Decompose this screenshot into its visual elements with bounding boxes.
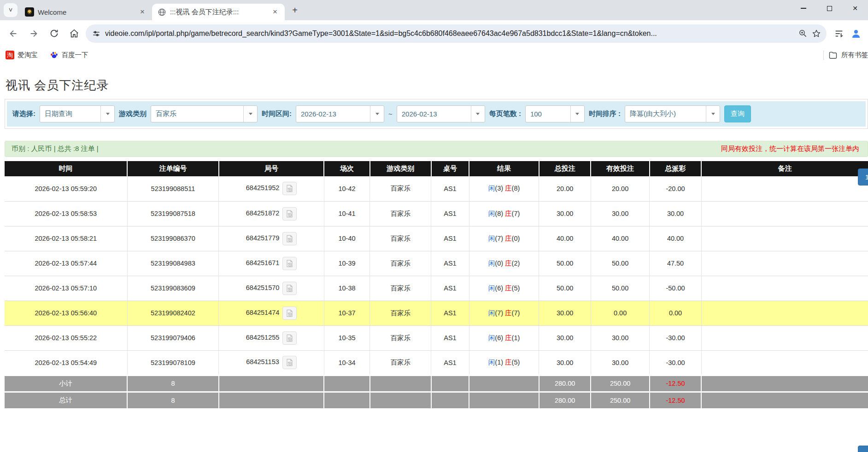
cell-remark bbox=[701, 226, 868, 251]
reading-list-icon[interactable] bbox=[834, 29, 844, 39]
cell-table-no: AS1 bbox=[431, 301, 469, 325]
col-total-bet: 总投注 bbox=[539, 161, 591, 176]
globe-icon bbox=[158, 8, 166, 17]
cell-total-payout: 0.00 bbox=[650, 301, 701, 325]
date-to-select[interactable]: 2026-02-13 bbox=[397, 105, 485, 122]
video-replay-button[interactable] bbox=[282, 207, 297, 220]
date-from-select[interactable]: 2026-02-13 bbox=[296, 105, 384, 122]
game-type-select[interactable]: 百家乐 bbox=[151, 105, 258, 122]
video-replay-button[interactable] bbox=[282, 257, 297, 270]
cell-table-no: AS1 bbox=[431, 276, 469, 301]
subtotal-count: 8 bbox=[127, 375, 219, 392]
forward-icon[interactable] bbox=[25, 25, 42, 42]
all-bookmarks-button[interactable]: 所有书签 bbox=[828, 51, 868, 60]
site-info-icon[interactable] bbox=[92, 29, 100, 38]
address-bar[interactable]: videoie.com/ipl/portal.php/game/betrecor… bbox=[86, 24, 827, 43]
query-type-select[interactable]: 日期查询 bbox=[40, 105, 115, 122]
currency-total-text: 币别 : 人民币 | 总共 :8 注单 | bbox=[12, 145, 99, 153]
tab-welcome[interactable]: Welcome × bbox=[19, 4, 152, 20]
filter-panel: 请选择: 日期查询 游戏类别 百家乐 时间区间: 2026-02-13 ~ 20… bbox=[5, 99, 868, 129]
table-row: 2026-02-13 05:57:44 523199084983 6842516… bbox=[5, 251, 868, 276]
tab-title: Welcome bbox=[38, 8, 134, 16]
cell-bet-no: 523199083609 bbox=[127, 276, 219, 301]
window-close-button[interactable]: ✕ bbox=[842, 0, 868, 17]
cell-valid-bet: 0.00 bbox=[591, 301, 649, 325]
url-text: videoie.com/ipl/portal.php/game/betrecor… bbox=[105, 29, 794, 38]
zoom-icon[interactable] bbox=[798, 29, 807, 38]
col-result: 结果 bbox=[469, 161, 539, 176]
col-session: 场次 bbox=[324, 161, 369, 176]
video-replay-button[interactable] bbox=[282, 282, 297, 295]
page-size-select[interactable]: 100 bbox=[525, 105, 585, 122]
cell-valid-bet: 30.00 bbox=[591, 201, 649, 226]
cell-time: 2026-02-13 05:57:10 bbox=[5, 276, 127, 301]
reload-icon[interactable] bbox=[45, 25, 63, 42]
pagination-page-1-bottom[interactable]: 1 bbox=[858, 446, 868, 452]
video-replay-button[interactable] bbox=[282, 232, 297, 245]
table-body: 2026-02-13 05:59:20 523199088511 6842519… bbox=[5, 176, 868, 375]
time-range-label: 时间区间: bbox=[262, 110, 292, 118]
cell-total-bet: 30.00 bbox=[539, 301, 591, 325]
bookmark-baidu[interactable]: 百度一下 bbox=[50, 51, 88, 59]
search-button[interactable]: 查询 bbox=[724, 105, 751, 122]
tab-search-chevron-icon[interactable]: ˅ bbox=[4, 3, 18, 17]
chevron-down-icon bbox=[706, 106, 720, 122]
cell-table-no: AS1 bbox=[431, 325, 469, 350]
date-from-value: 2026-02-13 bbox=[296, 110, 370, 118]
cell-total-bet: 50.00 bbox=[539, 251, 591, 276]
baidu-paw-icon bbox=[50, 51, 59, 59]
subtotal-row: 小计 8 280.00 250.00 -12.50 bbox=[5, 375, 868, 392]
bookmark-aitaobao[interactable]: 淘 爱淘宝 bbox=[6, 51, 38, 59]
cell-round-no: 684251255 bbox=[219, 325, 324, 350]
page-size-label: 每页笔数 : bbox=[489, 110, 521, 118]
table-row: 2026-02-13 05:56:40 523199082402 6842514… bbox=[5, 301, 868, 325]
video-replay-button[interactable] bbox=[282, 182, 297, 195]
cell-remark bbox=[701, 301, 868, 325]
total-payout: -12.50 bbox=[650, 392, 701, 408]
cell-table-no: AS1 bbox=[431, 176, 469, 201]
pagination-page-1-top[interactable]: 1 bbox=[858, 168, 868, 185]
page-title: 视讯 会员下注纪录 bbox=[6, 77, 868, 93]
cell-round-no: 684251153 bbox=[219, 350, 324, 375]
video-replay-button[interactable] bbox=[282, 331, 297, 345]
range-tilde: ~ bbox=[388, 110, 393, 118]
profile-avatar-icon[interactable] bbox=[850, 28, 862, 39]
cell-bet-no: 523199082402 bbox=[127, 301, 219, 325]
tab-close-icon[interactable]: × bbox=[137, 7, 147, 17]
bookmarks-separator bbox=[823, 51, 824, 60]
cell-round-no: 684251779 bbox=[219, 226, 324, 251]
tab-close-icon[interactable]: × bbox=[270, 7, 280, 17]
cell-remark bbox=[701, 325, 868, 350]
game-type-value: 百家乐 bbox=[151, 110, 243, 118]
total-total-bet: 280.00 bbox=[539, 392, 591, 408]
video-replay-button[interactable] bbox=[282, 307, 297, 320]
cell-session: 10-40 bbox=[324, 226, 369, 251]
cell-result: 闲(7) 庄(0) bbox=[469, 226, 539, 251]
table-row: 2026-02-13 05:55:22 523199079406 6842512… bbox=[5, 325, 868, 350]
tab-bet-record[interactable]: :::视讯 会员下注纪录::: × bbox=[152, 4, 285, 20]
bookmarks-bar: 淘 爱淘宝 百度一下 所有书签 bbox=[0, 46, 868, 64]
new-tab-button[interactable]: + bbox=[288, 4, 301, 17]
cell-time: 2026-02-13 05:59:20 bbox=[5, 176, 127, 201]
table-footer: 小计 8 280.00 250.00 -12.50 总计 8 280.00 25… bbox=[5, 375, 868, 408]
bookmark-star-icon[interactable] bbox=[812, 29, 821, 38]
taobao-icon: 淘 bbox=[6, 51, 14, 59]
cell-result: 闲(0) 庄(2) bbox=[469, 251, 539, 276]
back-icon[interactable] bbox=[5, 25, 22, 42]
maximize-button[interactable] bbox=[816, 0, 842, 17]
minimize-button[interactable] bbox=[791, 0, 816, 17]
sort-select[interactable]: 降冪(由大到小) bbox=[625, 105, 720, 122]
video-replay-button[interactable] bbox=[282, 356, 297, 369]
game-type-label: 游戏类别 bbox=[119, 110, 147, 118]
col-game-type: 游戏类别 bbox=[370, 161, 431, 176]
cell-total-payout: 40.00 bbox=[650, 226, 701, 251]
cell-result: 闲(7) 庄(7) bbox=[469, 301, 539, 325]
total-row: 总计 8 280.00 250.00 -12.50 bbox=[5, 392, 868, 408]
home-icon[interactable] bbox=[65, 25, 83, 42]
cell-session: 10-42 bbox=[324, 176, 369, 201]
cell-total-payout: -20.00 bbox=[650, 176, 701, 201]
cell-game-type: 百家乐 bbox=[370, 201, 431, 226]
cell-valid-bet: 50.00 bbox=[591, 276, 649, 301]
cell-result: 闲(1) 庄(5) bbox=[469, 350, 539, 375]
cell-remark bbox=[701, 201, 868, 226]
